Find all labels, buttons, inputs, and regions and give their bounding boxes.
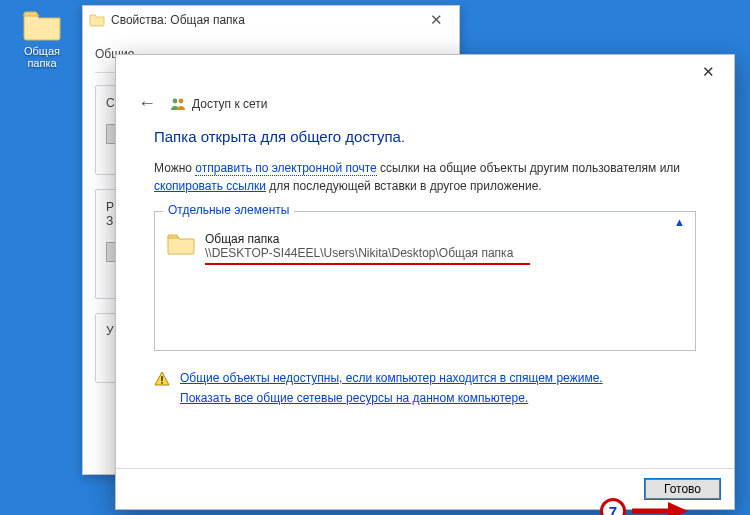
shared-item-path: \\DESKTOP-SI44EEL\Users\Nikita\Desktop\О… [205, 246, 530, 260]
copy-links-link[interactable]: скопировать ссылки [154, 179, 266, 193]
email-link[interactable]: отправить по электронной почте [195, 161, 376, 176]
dialog-header-label: Доступ к сети [170, 96, 267, 112]
section-text: У [106, 324, 114, 338]
network-access-dialog: ✕ ← Доступ к сети Папка открыта для обще… [115, 54, 735, 510]
annotation-arrow-icon [630, 500, 690, 515]
chevron-up-icon[interactable]: ▲ [674, 216, 685, 228]
close-icon[interactable]: ✕ [420, 11, 453, 29]
back-arrow-icon[interactable]: ← [138, 93, 156, 114]
sleep-warning-link[interactable]: Общие объекты недоступны, если компьютер… [180, 371, 603, 385]
people-icon [170, 96, 186, 112]
done-button[interactable]: Готово [645, 479, 720, 499]
folder-icon [22, 8, 62, 42]
svg-point-1 [179, 98, 184, 103]
shared-item[interactable]: Общая папка \\DESKTOP-SI44EEL\Users\Niki… [167, 232, 683, 265]
section-text: З [106, 214, 113, 228]
properties-title: Свойства: Общая папка [111, 13, 420, 27]
dialog-description: Можно отправить по электронной почте ссы… [154, 159, 696, 195]
group-legend: Отдельные элементы [163, 203, 294, 217]
folder-icon [167, 232, 195, 256]
desktop-folder[interactable]: Общая папка [12, 8, 72, 69]
svg-rect-3 [161, 382, 163, 384]
annotation-underline [205, 263, 530, 265]
folder-icon [89, 12, 105, 28]
svg-rect-2 [161, 376, 163, 381]
warning-icon [154, 371, 170, 387]
desktop-folder-label: Общая папка [12, 45, 72, 69]
section-text: Р [106, 200, 114, 214]
svg-point-0 [173, 98, 178, 103]
section-text: С [106, 96, 115, 110]
dialog-heading: Папка открыта для общего доступа. [154, 128, 696, 145]
properties-titlebar[interactable]: Свойства: Общая папка ✕ [83, 6, 459, 34]
dialog-titlebar[interactable]: ✕ [116, 55, 734, 89]
close-icon[interactable]: ✕ [686, 57, 730, 87]
show-all-shares-link[interactable]: Показать все общие сетевые ресурсы на да… [180, 391, 603, 405]
shared-item-name: Общая папка [205, 232, 530, 246]
shared-items-group: Отдельные элементы ▲ Общая папка \\DESKT… [154, 211, 696, 351]
